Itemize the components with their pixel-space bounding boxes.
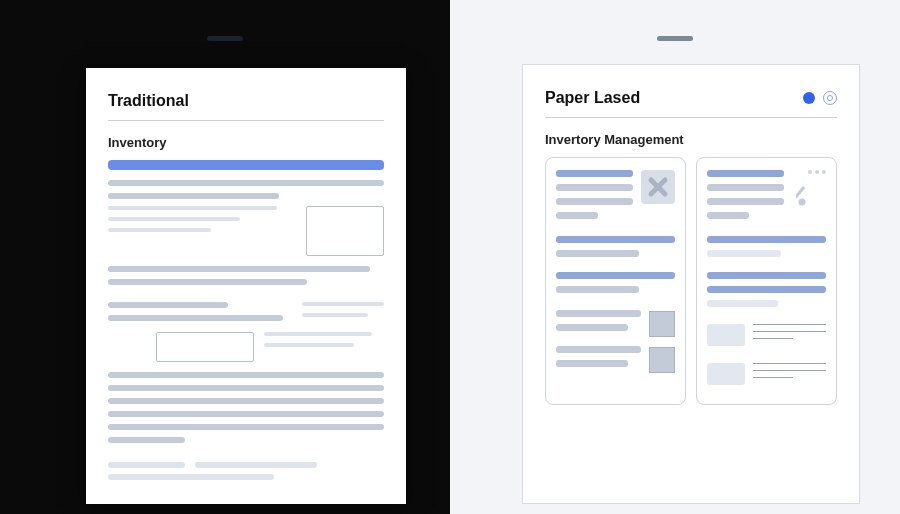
refresh-icon[interactable]	[823, 91, 837, 105]
rule-line	[753, 324, 826, 325]
footer-line	[108, 474, 274, 480]
text-line	[108, 228, 211, 232]
device-notch	[207, 36, 243, 41]
sheet-title: Traditional	[108, 92, 384, 110]
text-line	[108, 279, 307, 285]
rule-line	[753, 377, 793, 378]
image-placeholder	[306, 206, 384, 256]
thumbnail	[649, 347, 675, 373]
device-notch	[657, 36, 693, 41]
footer-line	[108, 462, 185, 468]
svg-rect-1	[796, 186, 805, 200]
sheet-subtitle: Inventory	[108, 135, 384, 150]
cross-icon	[641, 170, 675, 204]
right-panel: Paper Lased Invertory Management	[450, 0, 900, 514]
text-line	[302, 313, 368, 317]
text-line	[556, 184, 633, 191]
text-line	[707, 198, 784, 205]
text-line	[108, 385, 384, 391]
rule-line	[753, 331, 826, 332]
tool-icon	[792, 178, 826, 212]
text-line	[302, 302, 384, 306]
text-line	[108, 180, 384, 186]
text-line	[264, 332, 372, 336]
card-heading	[707, 236, 826, 243]
thumbnail	[707, 324, 745, 346]
text-line	[108, 266, 370, 272]
text-line	[108, 398, 384, 404]
text-line	[707, 212, 749, 219]
card-heading	[556, 170, 633, 177]
text-line	[556, 250, 639, 257]
rule-line	[753, 370, 826, 371]
sheet-title: Paper Lased	[545, 89, 640, 107]
card-heading	[556, 236, 675, 243]
document-sheet: Paper Lased Invertory Management	[522, 64, 860, 504]
sheet-subtitle: Invertory Management	[545, 132, 837, 147]
text-line	[556, 198, 633, 205]
card-heading	[707, 272, 826, 279]
more-icon[interactable]	[808, 170, 826, 174]
text-line	[556, 286, 639, 293]
text-line	[108, 372, 384, 378]
rule-line	[753, 363, 826, 364]
text-line	[556, 346, 641, 353]
text-line	[108, 315, 283, 321]
thumbnail	[649, 311, 675, 337]
text-line	[108, 411, 384, 417]
divider	[545, 117, 837, 118]
image-placeholder	[156, 332, 254, 362]
svg-point-0	[799, 199, 806, 206]
text-line	[108, 437, 185, 443]
text-line	[556, 212, 598, 219]
card-panel	[696, 157, 837, 405]
text-line	[707, 184, 784, 191]
card-heading	[556, 272, 675, 279]
rule-line	[753, 338, 793, 339]
text-line	[556, 310, 641, 317]
card-heading	[707, 286, 826, 293]
text-line	[108, 424, 384, 430]
card-heading	[707, 170, 784, 177]
card-panel	[545, 157, 686, 405]
highlight-bar	[108, 160, 384, 170]
text-line	[108, 193, 279, 199]
divider	[108, 120, 384, 121]
text-line	[264, 343, 354, 347]
left-panel: Traditional Inventory	[0, 0, 450, 514]
text-line	[707, 250, 781, 257]
thumbnail	[707, 363, 745, 385]
status-dot-icon	[803, 92, 815, 104]
text-line	[707, 300, 778, 307]
document-sheet: Traditional Inventory	[86, 68, 406, 504]
text-line	[556, 360, 628, 367]
footer-line	[195, 462, 316, 468]
text-line	[108, 302, 228, 308]
text-line	[108, 217, 240, 221]
text-line	[556, 324, 628, 331]
text-line	[108, 206, 277, 210]
